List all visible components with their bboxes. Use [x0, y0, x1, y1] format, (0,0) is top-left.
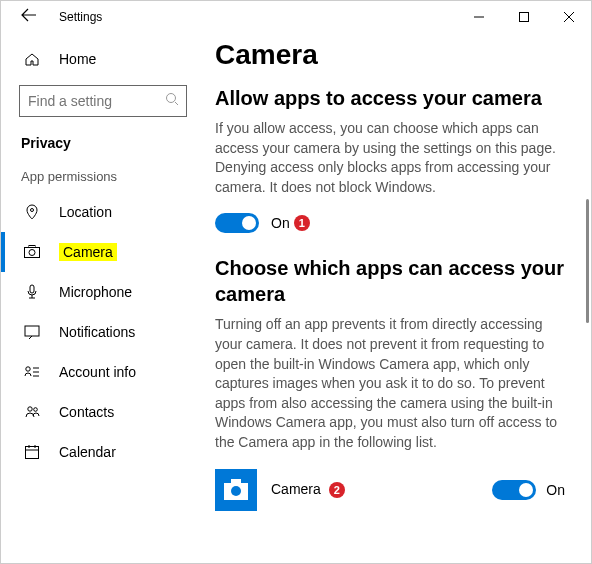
- camera-app-toggle[interactable]: [492, 480, 536, 500]
- arrow-left-icon: [21, 7, 37, 23]
- account-info-icon: [23, 364, 41, 380]
- minimize-button[interactable]: [456, 1, 501, 33]
- back-button[interactable]: [11, 7, 41, 27]
- camera-app-tile: [215, 469, 257, 511]
- camera-app-icon: [223, 479, 249, 501]
- sidebar-item-location[interactable]: Location: [1, 192, 201, 232]
- sidebar-item-label: Contacts: [59, 404, 114, 420]
- search-box[interactable]: [19, 85, 187, 117]
- app-row-camera: Camera 2 On: [215, 469, 565, 511]
- close-button[interactable]: [546, 1, 591, 33]
- scrollbar-thumb[interactable]: [586, 199, 589, 323]
- sidebar-item-label: Location: [59, 204, 112, 220]
- app-name: Camera 2: [271, 481, 492, 498]
- sidebar-item-contacts[interactable]: Contacts: [1, 392, 201, 432]
- section-body-choose: Turning off an app prevents it from dire…: [215, 315, 565, 452]
- svg-rect-14: [231, 479, 241, 484]
- sidebar-item-label: Camera: [59, 243, 117, 261]
- sidebar-item-account-info[interactable]: Account info: [1, 352, 201, 392]
- allow-apps-toggle[interactable]: [215, 213, 259, 233]
- maximize-button[interactable]: [501, 1, 546, 33]
- sidebar-subgroup-title: App permissions: [1, 163, 201, 192]
- microphone-icon: [23, 284, 41, 300]
- camera-app-toggle-state: On: [546, 482, 565, 498]
- svg-point-10: [34, 408, 38, 412]
- sidebar-item-camera[interactable]: Camera: [1, 232, 201, 272]
- svg-rect-6: [30, 285, 34, 293]
- sidebar-home-label: Home: [59, 51, 96, 67]
- notifications-icon: [23, 324, 41, 340]
- section-heading-choose: Choose which apps can access your camera: [215, 255, 565, 307]
- calendar-icon: [23, 444, 41, 460]
- sidebar-item-calendar[interactable]: Calendar: [1, 432, 201, 472]
- svg-point-1: [167, 94, 176, 103]
- svg-point-4: [29, 250, 35, 256]
- content-area: Camera Allow apps to access your camera …: [201, 33, 591, 563]
- svg-rect-0: [519, 13, 528, 22]
- sidebar: Home Privacy App permissions Location Ca…: [1, 33, 201, 563]
- svg-point-9: [28, 407, 32, 411]
- svg-rect-7: [25, 326, 39, 336]
- section-heading-allow: Allow apps to access your camera: [215, 85, 565, 111]
- location-icon: [23, 204, 41, 220]
- toggle-allow-row: On 1: [215, 213, 565, 233]
- sidebar-item-label: Account info: [59, 364, 136, 380]
- window-controls: [456, 1, 591, 33]
- page-title: Camera: [215, 39, 565, 71]
- sidebar-item-microphone[interactable]: Microphone: [1, 272, 201, 312]
- annotation-badge-1: 1: [294, 215, 310, 231]
- close-icon: [564, 12, 574, 22]
- sidebar-item-label: Microphone: [59, 284, 132, 300]
- sidebar-item-label: Calendar: [59, 444, 116, 460]
- home-icon: [23, 51, 41, 67]
- allow-apps-toggle-state: On: [271, 215, 290, 231]
- minimize-icon: [474, 12, 484, 22]
- search-input[interactable]: [19, 85, 187, 117]
- camera-icon: [23, 245, 41, 259]
- annotation-badge-2: 2: [329, 482, 345, 498]
- titlebar: Settings: [1, 1, 591, 33]
- svg-point-8: [26, 367, 30, 371]
- sidebar-item-label: Notifications: [59, 324, 135, 340]
- svg-point-2: [31, 209, 34, 212]
- sidebar-group-title: Privacy: [1, 131, 201, 163]
- sidebar-item-notifications[interactable]: Notifications: [1, 312, 201, 352]
- svg-rect-11: [26, 447, 39, 459]
- sidebar-item-home[interactable]: Home: [1, 39, 201, 79]
- window-title: Settings: [59, 10, 102, 24]
- section-body-allow: If you allow access, you can choose whic…: [215, 119, 565, 197]
- search-icon: [165, 92, 179, 110]
- contacts-icon: [23, 404, 41, 420]
- svg-rect-5: [29, 246, 35, 248]
- maximize-icon: [519, 12, 529, 22]
- svg-point-13: [231, 486, 241, 496]
